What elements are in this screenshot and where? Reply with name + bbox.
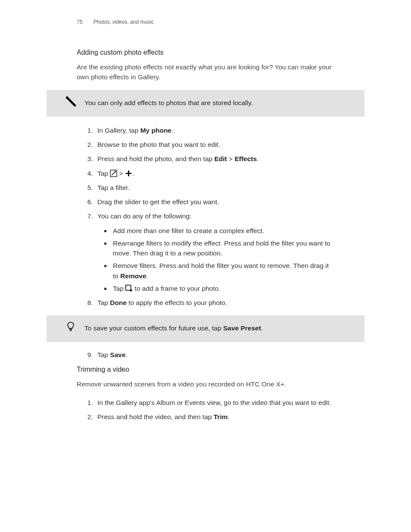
steps-list: In Gallery, tap My phone. Browse to the …: [77, 125, 334, 308]
edit-slider-icon: [110, 170, 117, 177]
step-item: Browse to the photo that you want to edi…: [95, 140, 334, 149]
chapter-title: Photos, videos, and music: [93, 19, 154, 25]
step-item: Tap a filter.: [95, 183, 334, 193]
note-text: You can only add effects to photos that …: [84, 97, 356, 108]
frame-plus-icon: [125, 285, 133, 292]
pencil-icon: [65, 96, 77, 110]
tip-text: To save your custom effects for future u…: [84, 322, 356, 333]
page-header: 75 Photos, videos, and music: [47, 18, 364, 26]
step-item: Press and hold the video, and then tap T…: [95, 412, 334, 422]
section-heading: Trimming a video: [77, 364, 334, 375]
section-intro: Are the existing photo effects not exact…: [77, 62, 334, 82]
step-item: Tap Done to apply the effects to your ph…: [95, 298, 334, 308]
section-heading: Adding custom photo effects: [77, 47, 334, 58]
tip-callout: To save your custom effects for future u…: [47, 315, 364, 342]
note-callout: You can only add effects to photos that …: [47, 90, 364, 117]
page: 75 Photos, videos, and music Adding cust…: [0, 0, 411, 532]
sub-item: Rearrange filters to modify the effect. …: [111, 238, 334, 258]
step-item: In Gallery, tap My phone.: [95, 125, 334, 135]
lightbulb-icon: [65, 321, 77, 334]
step-item: Tap Save.: [95, 350, 334, 360]
section-intro: Remove unwanted scenes from a video you …: [77, 379, 334, 389]
sub-item: Add more than one filter to create a com…: [111, 226, 334, 236]
svg-rect-1: [126, 285, 131, 290]
sub-item: Tap to add a frame to your photo.: [111, 283, 334, 293]
page-number: 75: [77, 18, 82, 26]
step-item: You can do any of the following: Add mor…: [95, 211, 334, 293]
step-item: In the Gallery app's Album or Events vie…: [95, 398, 334, 408]
step-item: Tap > .: [95, 168, 334, 178]
sub-item: Remove filters. Press and hold the filte…: [111, 261, 334, 281]
steps-list: In the Gallery app's Album or Events vie…: [77, 398, 334, 422]
sub-list: Add more than one filter to create a com…: [97, 226, 334, 294]
step-item: Drag the slider to get the effect you wa…: [95, 197, 334, 207]
step-item: Press and hold the photo, and then tap E…: [95, 154, 334, 164]
plus-icon: [125, 170, 132, 177]
steps-list: Tap Save.: [77, 350, 334, 360]
